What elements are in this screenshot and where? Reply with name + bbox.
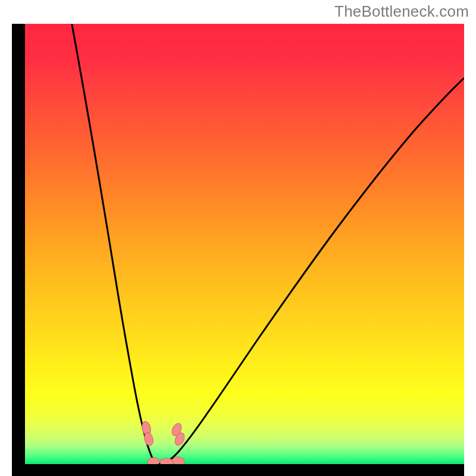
bottleneck-chart bbox=[0, 0, 476, 476]
gradient-background bbox=[25, 24, 464, 464]
chart-root: TheBottleneck.com bbox=[0, 0, 476, 476]
watermark-label: TheBottleneck.com bbox=[334, 2, 469, 21]
